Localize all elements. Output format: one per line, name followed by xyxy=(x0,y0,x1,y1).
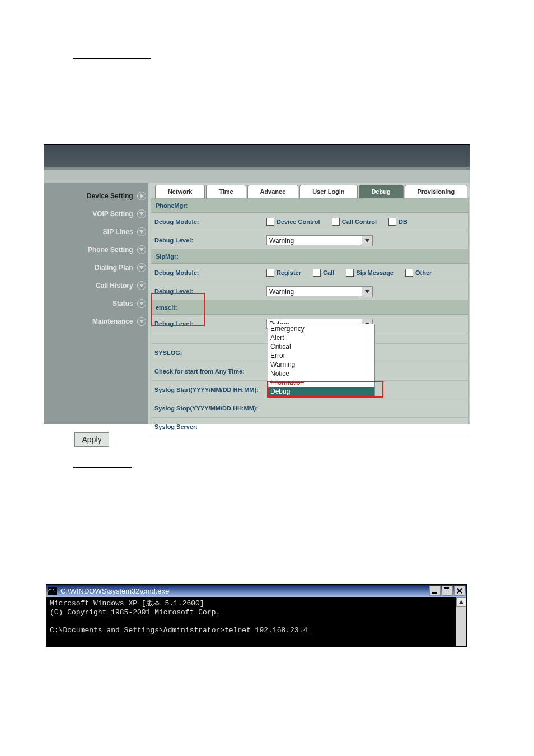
section-phonemgr: PhoneMgr: xyxy=(151,199,468,213)
dropdown-option[interactable]: Notice xyxy=(268,369,374,378)
label-syslog: SYSLOG: xyxy=(154,349,266,356)
cmd-body: Microsoft Windows XP [版本 5.1.2600] (C) C… xyxy=(46,597,466,646)
sidebar-item-label: VOIP Setting xyxy=(92,206,133,222)
checkbox-call[interactable]: Call xyxy=(313,269,334,276)
dropdown-option[interactable]: Critical xyxy=(268,342,374,351)
dropdown-option[interactable]: Alert xyxy=(268,333,374,342)
select-sipmgr-level[interactable]: Warning xyxy=(266,286,373,296)
row-phonemgr-module: Debug Module: Device Control Call Contro… xyxy=(151,213,468,231)
checkbox-icon xyxy=(332,218,340,226)
chevron-down-icon xyxy=(137,245,146,254)
debug-panel: PhoneMgr: Debug Module: Device Control C… xyxy=(151,198,469,423)
dropdown-option-selected[interactable]: Debug xyxy=(268,387,374,396)
chevron-down-icon xyxy=(137,209,146,218)
row-syslog-stop: Syslog Stop(YYYY/MM/DD HH:MM): xyxy=(151,399,468,418)
sidebar-item-maintenance[interactable]: Maintenance xyxy=(44,312,148,329)
chevron-down-icon xyxy=(362,286,373,297)
value-sipmgr-module: Register Call Sip Message Other xyxy=(266,269,465,277)
tab-network[interactable]: Network xyxy=(155,185,205,198)
scrollbar[interactable] xyxy=(456,597,466,646)
label-debug-level: Debug Level: xyxy=(154,320,266,327)
top-banner xyxy=(44,145,470,167)
rule-top xyxy=(73,58,151,59)
tab-user-login[interactable]: User Login xyxy=(299,185,357,198)
dropdown-option[interactable]: Emergency xyxy=(268,324,374,333)
sidebar-item-voip-setting[interactable]: VOIP Setting xyxy=(44,205,148,222)
sidebar-item-device-setting[interactable]: Device Setting xyxy=(44,187,148,204)
row-phonemgr-level: Debug Level: Warning xyxy=(151,231,468,250)
checkbox-icon xyxy=(388,218,396,226)
scrollbar-up-icon[interactable] xyxy=(456,597,466,607)
sidebar-item-phone-setting[interactable]: Phone Setting xyxy=(44,241,148,258)
select-value: Warning xyxy=(269,288,294,296)
dropdown-option[interactable]: Warning xyxy=(268,360,374,369)
chevron-right-icon xyxy=(137,192,146,200)
select-value: Warning xyxy=(269,237,294,245)
chevron-down-icon xyxy=(137,299,146,308)
chevron-down-icon xyxy=(137,317,146,326)
sidebar-item-dialing-plan[interactable]: Dialing Plan xyxy=(44,259,148,276)
tab-debug[interactable]: Debug xyxy=(359,185,404,198)
row-syslog-server: Syslog Server: xyxy=(151,418,468,436)
label-check-start-anytime: Check for start from Any Time: xyxy=(154,368,245,375)
tab-provisioning[interactable]: Provisioning xyxy=(405,185,467,198)
checkbox-icon xyxy=(313,269,321,277)
checkbox-device-control[interactable]: Device Control xyxy=(266,218,320,225)
label-debug-module: Debug Module: xyxy=(154,269,266,276)
checkbox-register[interactable]: Register xyxy=(266,269,301,276)
sidebar-item-call-history[interactable]: Call History xyxy=(44,277,148,293)
chevron-down-icon xyxy=(362,235,373,246)
web-admin-screenshot: Device Setting VOIP Setting SIP Lines Ph… xyxy=(44,144,470,424)
select-phonemgr-level[interactable]: Warning xyxy=(266,235,373,245)
sidebar-item-label: Maintenance xyxy=(92,313,133,330)
close-button[interactable] xyxy=(454,586,465,596)
rule-mid xyxy=(73,467,132,468)
checkbox-sip-message[interactable]: Sip Message xyxy=(346,269,394,276)
row-sipmgr-level: Debug Level: Warning xyxy=(151,282,468,301)
value-phonemgr-module: Device Control Call Control DB xyxy=(266,218,465,226)
label-debug-level: Debug Level: xyxy=(154,288,266,295)
dropdown-emsclt-level-options[interactable]: Emergency Alert Critical Error Warning N… xyxy=(268,324,375,396)
checkbox-call-control[interactable]: Call Control xyxy=(332,218,377,225)
checkbox-icon xyxy=(405,269,413,277)
dropdown-option[interactable]: Information xyxy=(268,378,374,387)
checkbox-db[interactable]: DB xyxy=(388,218,407,225)
row-sipmgr-module: Debug Module: Register Call Sip Message … xyxy=(151,264,468,282)
label-syslog-stop: Syslog Stop(YYYY/MM/DD HH:MM): xyxy=(154,405,258,412)
dropdown-option[interactable]: Error xyxy=(268,351,374,360)
tab-time[interactable]: Time xyxy=(206,185,246,198)
checkbox-icon xyxy=(266,218,274,226)
sidebar-item-sip-lines[interactable]: SIP Lines xyxy=(44,223,148,240)
label-debug-level: Debug Level: xyxy=(154,237,266,244)
section-emsclt: emsclt: xyxy=(151,301,468,315)
minimize-button[interactable] xyxy=(429,586,441,596)
sidebar-item-label: SIP Lines xyxy=(103,223,133,240)
tab-bar: Network Time Advance User Login Debug Pr… xyxy=(155,185,469,198)
maximize-button[interactable] xyxy=(442,586,453,596)
cmd-titlebar: C:\ C:\WINDOWS\system32\cmd.exe xyxy=(46,585,466,597)
sidebar-item-label: Call History xyxy=(96,277,133,294)
cmd-title-text: C:\WINDOWS\system32\cmd.exe xyxy=(60,587,428,595)
sidebar-item-label: Dialing Plan xyxy=(95,259,133,276)
cmd-output: Microsoft Windows XP [版本 5.1.2600] (C) C… xyxy=(46,597,456,646)
tab-advance[interactable]: Advance xyxy=(247,185,299,198)
sidebar-item-status[interactable]: Status xyxy=(44,295,148,311)
window-controls xyxy=(428,586,465,596)
label-debug-module: Debug Module: xyxy=(154,218,266,225)
chevron-down-icon xyxy=(137,263,146,272)
cmd-icon: C:\ xyxy=(48,587,57,595)
sidebar-item-label: Device Setting xyxy=(87,188,133,204)
banner-strip-2 xyxy=(44,170,470,183)
label-syslog-server: Syslog Server: xyxy=(154,423,198,430)
sidebar-item-label: Status xyxy=(113,295,133,312)
label-syslog-start: Syslog Start(YYYY/MM/DD HH:MM): xyxy=(154,386,259,393)
sidebar-item-label: Phone Setting xyxy=(88,241,133,258)
sidebar: Device Setting VOIP Setting SIP Lines Ph… xyxy=(44,183,148,424)
apply-button[interactable]: Apply xyxy=(74,432,109,447)
checkbox-other[interactable]: Other xyxy=(405,269,432,276)
chevron-down-icon xyxy=(137,227,146,236)
checkbox-icon xyxy=(346,269,354,277)
checkbox-icon xyxy=(266,269,274,277)
cmd-window: C:\ C:\WINDOWS\system32\cmd.exe Microsof… xyxy=(46,584,467,647)
chevron-down-icon xyxy=(137,281,146,290)
